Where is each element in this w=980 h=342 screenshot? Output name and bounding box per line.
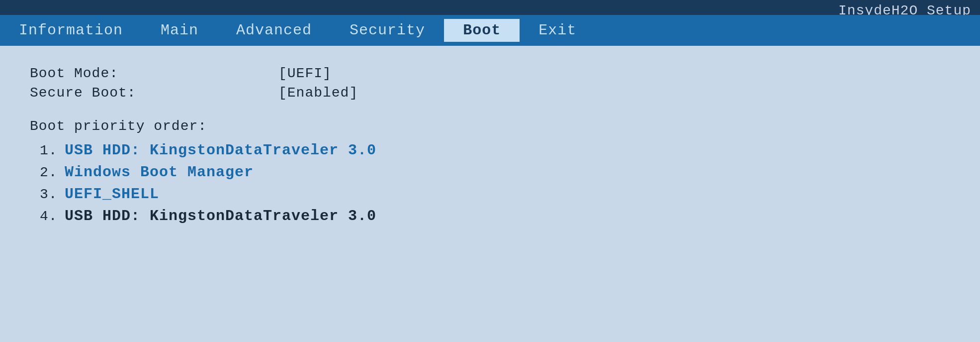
nav-item-security[interactable]: Security xyxy=(331,19,444,42)
main-content: Boot Mode: [UEFI] Secure Boot: [Enabled]… xyxy=(0,46,980,342)
secure-boot-row: Secure Boot: [Enabled] xyxy=(30,85,950,101)
nav-item-information[interactable]: Information xyxy=(0,19,142,42)
nav-item-main[interactable]: Main xyxy=(142,19,217,42)
boot-item-3-name: UEFI_SHELL xyxy=(65,186,159,203)
boot-item-3-number: 3. xyxy=(40,187,65,202)
boot-item-1-number: 1. xyxy=(40,143,65,158)
nav-item-boot[interactable]: Boot xyxy=(444,19,520,42)
boot-mode-label: Boot Mode: xyxy=(30,66,278,81)
boot-item-4-number: 4. xyxy=(40,209,65,224)
settings-section: Boot Mode: [UEFI] Secure Boot: [Enabled] xyxy=(30,66,950,101)
secure-boot-value: [Enabled] xyxy=(278,85,358,101)
nav-item-advanced[interactable]: Advanced xyxy=(217,19,331,42)
boot-item-4-name: USB HDD: KingstonDataTraveler 3.0 xyxy=(65,208,376,225)
boot-item-2-number: 2. xyxy=(40,165,65,180)
boot-item-1-name: USB HDD: KingstonDataTraveler 3.0 xyxy=(65,142,376,159)
secure-boot-label: Secure Boot: xyxy=(30,85,278,101)
boot-mode-value: [UEFI] xyxy=(278,66,332,81)
nav-bar: Information Main Advanced Security Boot … xyxy=(0,15,980,46)
nav-item-exit[interactable]: Exit xyxy=(520,19,595,42)
boot-priority-section: Boot priority order: 1. USB HDD: Kingsto… xyxy=(30,118,950,225)
boot-mode-row: Boot Mode: [UEFI] xyxy=(30,66,950,81)
boot-item-4[interactable]: 4. USB HDD: KingstonDataTraveler 3.0 xyxy=(30,208,950,225)
boot-item-2[interactable]: 2. Windows Boot Manager xyxy=(30,164,950,181)
boot-item-2-name: Windows Boot Manager xyxy=(65,164,254,181)
boot-priority-heading: Boot priority order: xyxy=(30,118,950,134)
boot-item-3[interactable]: 3. UEFI_SHELL xyxy=(30,186,950,203)
boot-item-1[interactable]: 1. USB HDD: KingstonDataTraveler 3.0 xyxy=(30,142,950,159)
